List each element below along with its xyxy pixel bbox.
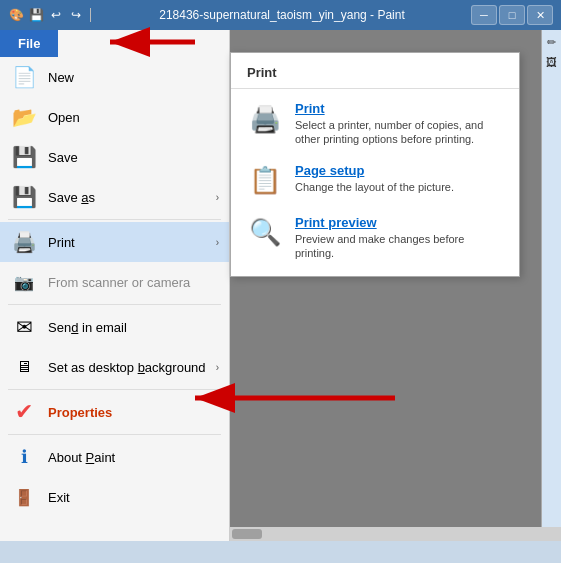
file-menu: File 📄 New 📂 Open 💾 Save 💾 Save as › — [0, 30, 230, 541]
about-label: About Paint — [48, 450, 219, 465]
separator — [90, 8, 91, 22]
open-icon: 📂 — [10, 103, 38, 131]
save-menu-icon: 💾 — [10, 143, 38, 171]
scanner-icon: 📷 — [10, 268, 38, 296]
submenu-page-setup-desc: Change the layout of the picture. — [295, 180, 454, 194]
print-icon: 🖨️ — [10, 228, 38, 256]
submenu-print-preview-title[interactable]: Print preview — [295, 215, 503, 230]
submenu-print-preview-icon: 🔍 — [247, 215, 283, 251]
scrollbar-bottom[interactable] — [230, 527, 561, 541]
desktop-label: Set as desktop background — [48, 360, 206, 375]
save-as-label: Save as — [48, 190, 206, 205]
submenu-page-setup-title[interactable]: Page setup — [295, 163, 454, 178]
submenu-print-preview-text: Print preview Preview and make changes b… — [295, 215, 503, 261]
exit-icon: 🚪 — [10, 483, 38, 511]
menu-item-properties[interactable]: ✔ Properties — [0, 392, 229, 432]
submenu-item-print-preview[interactable]: 🔍 Print preview Preview and make changes… — [231, 207, 519, 269]
divider-3 — [8, 389, 221, 390]
submenu-print-desc: Select a printer, number of copies, and … — [295, 118, 503, 147]
menu-items: 📄 New 📂 Open 💾 Save 💾 Save as › — [0, 57, 229, 517]
email-icon: ✉ — [10, 313, 38, 341]
save-as-arrow: › — [216, 192, 219, 203]
close-button[interactable]: ✕ — [527, 5, 553, 25]
submenu-print-title[interactable]: Print — [295, 101, 503, 116]
window-title: 218436-supernatural_taoism_yin_yang - Pa… — [99, 8, 465, 22]
print-submenu: Print 🖨️ Print Select a printer, number … — [230, 52, 520, 277]
undo-icon[interactable]: ↩ — [48, 7, 64, 23]
divider-1 — [8, 219, 221, 220]
desktop-arrow: › — [216, 362, 219, 373]
desktop-icon: 🖥 — [10, 353, 38, 381]
submenu-item-print[interactable]: 🖨️ Print Select a printer, number of cop… — [231, 93, 519, 155]
about-icon: ℹ — [10, 443, 38, 471]
title-bar: 🎨 💾 ↩ ↪ 218436-supernatural_taoism_yin_y… — [0, 0, 561, 30]
submenu-print-preview-desc: Preview and make changes before printing… — [295, 232, 503, 261]
menu-item-save[interactable]: 💾 Save — [0, 137, 229, 177]
menu-item-open[interactable]: 📂 Open — [0, 97, 229, 137]
print-arrow: › — [216, 237, 219, 248]
submenu-page-setup-icon: 📋 — [247, 163, 283, 199]
submenu-print-icon: 🖨️ — [247, 101, 283, 137]
menu-item-save-as[interactable]: 💾 Save as › — [0, 177, 229, 217]
sidebar-right: ✏ 🖼 — [541, 30, 561, 527]
menu-item-new[interactable]: 📄 New — [0, 57, 229, 97]
menu-item-send-email[interactable]: ✉ Send in email — [0, 307, 229, 347]
scrollbar-thumb[interactable] — [232, 529, 262, 539]
window-controls: ─ □ ✕ — [471, 5, 553, 25]
minimize-button[interactable]: ─ — [471, 5, 497, 25]
save-as-icon: 💾 — [10, 183, 38, 211]
submenu-item-page-setup[interactable]: 📋 Page setup Change the layout of the pi… — [231, 155, 519, 207]
menu-item-about[interactable]: ℹ About Paint — [0, 437, 229, 477]
open-label: Open — [48, 110, 219, 125]
new-icon: 📄 — [10, 63, 38, 91]
email-label: Send in email — [48, 320, 219, 335]
side-icon-1[interactable]: ✏ — [544, 34, 560, 50]
menu-item-from-scanner[interactable]: 📷 From scanner or camera — [0, 262, 229, 302]
title-bar-quick-access: 🎨 💾 ↩ ↪ — [8, 7, 93, 23]
divider-2 — [8, 304, 221, 305]
file-tab[interactable]: File — [0, 30, 58, 57]
print-label: Print — [48, 235, 206, 250]
menu-item-exit[interactable]: 🚪 Exit — [0, 477, 229, 517]
submenu-page-setup-text: Page setup Change the layout of the pict… — [295, 163, 454, 194]
save-label: Save — [48, 150, 219, 165]
divider-4 — [8, 434, 221, 435]
exit-label: Exit — [48, 490, 219, 505]
main-area: File 📄 New 📂 Open 💾 Save 💾 Save as › — [0, 30, 561, 541]
save-icon[interactable]: 💾 — [28, 7, 44, 23]
properties-icon: ✔ — [10, 398, 38, 426]
properties-label: Properties — [48, 405, 219, 420]
redo-icon[interactable]: ↪ — [68, 7, 84, 23]
menu-item-print[interactable]: 🖨️ Print › — [0, 222, 229, 262]
menu-item-desktop-bg[interactable]: 🖥 Set as desktop background › — [0, 347, 229, 387]
paint-icon: 🎨 — [8, 7, 24, 23]
maximize-button[interactable]: □ — [499, 5, 525, 25]
submenu-header: Print — [231, 61, 519, 89]
submenu-print-text: Print Select a printer, number of copies… — [295, 101, 503, 147]
side-icon-2[interactable]: 🖼 — [544, 54, 560, 70]
scanner-label: From scanner or camera — [48, 275, 219, 290]
new-label: New — [48, 70, 219, 85]
